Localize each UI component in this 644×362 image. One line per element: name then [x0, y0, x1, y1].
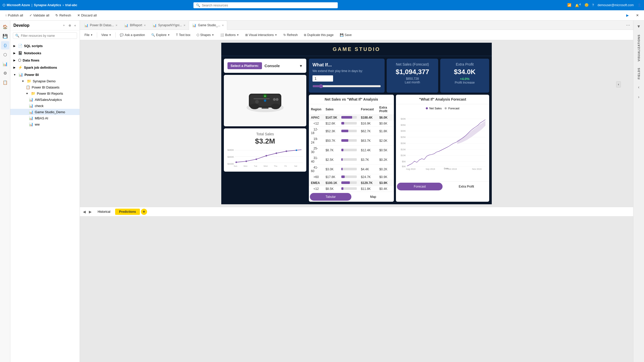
- power-bi-datasets-item[interactable]: 📋 Power BI Datasets: [10, 84, 80, 90]
- forecast-svg-chart: $40K $35K $30K $25K $20K $15K $10K $5K $: [399, 112, 487, 174]
- duplicate-page-button[interactable]: ⧉ Duplicate this page: [301, 32, 336, 38]
- notification-icon[interactable]: 🔔4: [575, 3, 581, 7]
- manage-icon-btn[interactable]: ⚙: [1, 69, 9, 77]
- predictions-tab[interactable]: Predictions: [115, 209, 140, 215]
- search-input[interactable]: [202, 3, 335, 7]
- table-cell-sales: $147.5K: [324, 115, 339, 121]
- tabular-tab-button[interactable]: Tabular: [310, 193, 351, 201]
- historical-tab[interactable]: Historical: [94, 209, 114, 215]
- forecast-tabs: Forecast Extra Profit: [396, 181, 489, 191]
- refresh-button[interactable]: ↻ Refresh: [53, 12, 74, 18]
- refresh-icon: ↻: [55, 13, 58, 17]
- visualizations-panel-button[interactable]: VISUALIZATIONS: [636, 32, 642, 64]
- svg-text:$10K: $10K: [401, 154, 406, 157]
- filter-button[interactable]: ⊕: [68, 23, 72, 28]
- visual-interactions-button[interactable]: ⊞ Visual interactions ▼: [243, 32, 280, 38]
- notebooks-icon: 📓: [18, 51, 22, 55]
- chevron-left-panel-icon[interactable]: ‹: [637, 83, 641, 91]
- chevron-right-panel-icon[interactable]: ›: [637, 93, 641, 101]
- discard-all-button[interactable]: ✕ Discard all: [75, 12, 99, 18]
- nav-arrow: ›: [63, 3, 64, 7]
- data-icon-btn[interactable]: 💾: [1, 32, 9, 40]
- notebooks-header[interactable]: ▶ 📓 Notebooks: [10, 50, 80, 56]
- report-aws-item[interactable]: 📊 AWSalesAnalytics: [10, 96, 80, 103]
- save-button[interactable]: 💾 Save: [337, 32, 354, 38]
- sql-scripts-header[interactable]: ▶ 📄 SQL scripts: [10, 42, 80, 49]
- synapse-demo-item[interactable]: ▼ 📁 Synapse Demo: [10, 78, 80, 84]
- extra-profit-tab-button[interactable]: Extra Profit: [444, 182, 489, 191]
- shapes-button[interactable]: ⬡ Shapes ▼: [194, 32, 217, 38]
- table-row: >60 $17.8K $24.7K $0.9K: [309, 174, 394, 180]
- integrate-icon-btn[interactable]: ⬡: [1, 50, 9, 59]
- tab-2[interactable]: 📊 SynapseNYIgni... ✕: [149, 21, 189, 30]
- legend-forecast: Forecast: [445, 107, 459, 110]
- shapes-icon: ⬡: [197, 33, 199, 37]
- report-ww-item[interactable]: 📊 ww: [10, 121, 80, 127]
- page-prev-button[interactable]: ◀: [82, 209, 87, 214]
- collapse-sidebar-button[interactable]: «: [74, 23, 77, 28]
- tab-3[interactable]: 📊 Game Studio_... ✕: [189, 21, 227, 30]
- help-icon[interactable]: ?: [592, 3, 594, 7]
- monitor-icon-btn[interactable]: 📊: [1, 60, 9, 68]
- validate-all-button[interactable]: ✓ Validate all: [27, 12, 52, 18]
- map-tab-button[interactable]: Map: [352, 192, 394, 202]
- what-if-slider[interactable]: [312, 84, 381, 88]
- tabs-more-button[interactable]: ⋯: [624, 23, 632, 28]
- report-icon-aws: 📊: [29, 98, 33, 102]
- svg-text:$35K: $35K: [401, 124, 406, 126]
- filter-panel-button[interactable]: ▼: [635, 23, 642, 30]
- tab-close-2[interactable]: ✕: [183, 24, 185, 27]
- svg-text:$30K: $30K: [401, 130, 406, 132]
- tabs-bar: 📊 Power BI Datas... ✕ 📊 BIReport ✕ 📊 Syn…: [80, 21, 633, 30]
- tab-1[interactable]: 📊 BIReport ✕: [121, 21, 149, 30]
- data-flows-header[interactable]: ▶ ⬡ Data flows: [10, 57, 80, 64]
- tab-close-0[interactable]: ✕: [115, 24, 117, 27]
- page-next-button[interactable]: ▶: [88, 209, 93, 214]
- publish-all-button[interactable]: ↑ Publish all: [3, 12, 26, 18]
- text-box-button[interactable]: T Text box: [173, 32, 193, 38]
- develop-icon-btn active[interactable]: ⟨⟩: [1, 41, 9, 49]
- svg-text:$5K: $5K: [402, 160, 406, 163]
- table-cell-region: APAC: [309, 115, 324, 121]
- power-bi-chevron: ▼: [13, 73, 16, 76]
- tab-close-1[interactable]: ✕: [144, 24, 146, 27]
- synapse-demo-chevron: ▼: [22, 80, 24, 83]
- ask-question-button[interactable]: 💬 Ask a question: [117, 32, 148, 38]
- view-menu-button[interactable]: View ▼: [99, 32, 114, 38]
- tab-0[interactable]: 📊 Power BI Datas... ✕: [81, 21, 121, 30]
- svg-point-7: [264, 100, 266, 102]
- forecast-tab-button[interactable]: Forecast: [397, 183, 443, 190]
- power-bi-reports-item[interactable]: ▼ 📁 Power BI Reports: [10, 90, 80, 96]
- sidebar-search-input[interactable]: [21, 34, 75, 38]
- buttons-icon: ⬜: [220, 33, 224, 37]
- stop-button[interactable]: ✕: [633, 12, 641, 18]
- table-row: <12 $12.6K $16.9K $0.6K: [309, 121, 394, 127]
- add-page-button[interactable]: +: [141, 209, 147, 215]
- spark-jobs-header[interactable]: ▶ ⚡ Spark job definitions: [10, 64, 80, 71]
- global-search-bar[interactable]: 🔍: [193, 2, 338, 8]
- run-button[interactable]: ▶: [624, 12, 631, 18]
- search-icon-small: 🔍: [15, 34, 19, 38]
- home-icon-btn[interactable]: 🏠: [1, 23, 9, 31]
- report-check-item[interactable]: 📊 check: [10, 103, 80, 109]
- file-menu-button[interactable]: File ▼: [82, 32, 95, 38]
- power-bi-header[interactable]: ▼ 📊 Power BI: [10, 71, 80, 78]
- svg-text:Fri: Fri: [284, 165, 287, 167]
- add-resource-button[interactable]: ＋: [62, 23, 66, 28]
- report-gamestudio-item[interactable]: 📊 Game Studio_Demo: [10, 109, 80, 115]
- sidebar-search-bar[interactable]: 🔍: [13, 32, 77, 39]
- collapse-panel-left[interactable]: ‹: [616, 81, 621, 87]
- tab-icon-3: 📊: [192, 23, 196, 27]
- tab-close-3[interactable]: ✕: [222, 24, 224, 27]
- report-refresh-button[interactable]: ↻ Refresh: [281, 32, 300, 38]
- buttons-button[interactable]: ⬜ Buttons ▼: [218, 32, 242, 38]
- explore-button[interactable]: 🔍 Explore ▼: [149, 32, 173, 38]
- table-cell-sales: $17.8K: [324, 174, 339, 180]
- powerbi-icon-btn[interactable]: 📋: [1, 78, 9, 86]
- fields-panel-button[interactable]: FIELDS: [636, 66, 642, 81]
- platform-chevron-icon[interactable]: ▼: [299, 64, 303, 68]
- what-if-input[interactable]: [312, 75, 333, 82]
- table-cell-forecast: $4.4K: [359, 165, 377, 174]
- table-cell-profit: $0.4K: [377, 186, 394, 192]
- report-mbas-item[interactable]: 📊 MBAS AI: [10, 115, 80, 121]
